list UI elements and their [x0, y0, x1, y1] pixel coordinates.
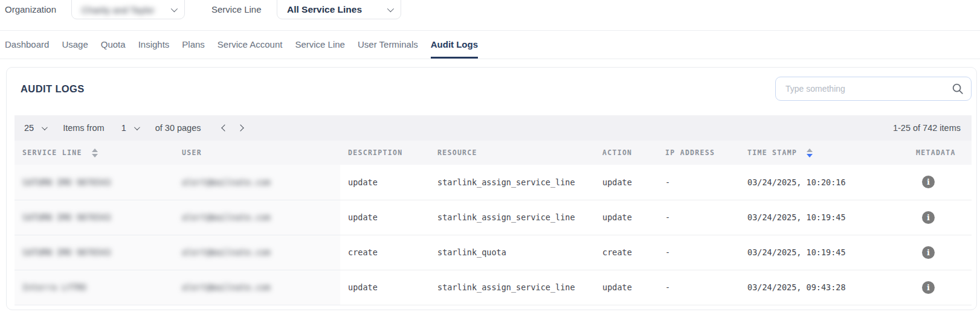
action-cell: update [595, 165, 657, 200]
action-cell: create [595, 235, 657, 270]
ip-address-cell: - [657, 235, 740, 270]
tab-audit-logs[interactable]: Audit Logs [431, 31, 478, 59]
top-bar: Organization Charity and Taylor Service … [0, 0, 980, 20]
page-size-select[interactable]: 25 [24, 123, 46, 133]
page-select[interactable]: 1 [121, 123, 138, 133]
info-icon[interactable]: i [922, 246, 935, 259]
column-header-metadata[interactable]: METADATA [908, 141, 972, 165]
chevron-down-icon [387, 5, 394, 12]
table-row: SATURN IMO 9876543 alert@mailnate.com up… [15, 200, 972, 235]
column-header-time-stamp[interactable]: TIME STAMP [740, 141, 908, 165]
column-header-action[interactable]: ACTION [595, 141, 657, 165]
ip-address-cell: - [657, 165, 740, 200]
resource-cell: starlink_assign_service_line [430, 270, 595, 305]
tab-plans[interactable]: Plans [182, 31, 205, 59]
info-icon[interactable]: i [922, 281, 935, 294]
resource-cell: starlink_quota [430, 235, 595, 270]
search-icon[interactable] [951, 82, 964, 98]
chevron-down-icon [42, 124, 48, 130]
column-header-user[interactable]: USER [174, 141, 340, 165]
tab-service-line[interactable]: Service Line [295, 31, 345, 59]
next-page-button[interactable] [233, 120, 248, 136]
table-row: Interra LYTRO alert@mailnate.com update … [15, 270, 972, 305]
ip-address-cell: - [657, 200, 740, 235]
ip-address-cell: - [657, 270, 740, 305]
resource-cell: starlink_assign_service_line [430, 165, 595, 200]
sort-icon [92, 148, 98, 158]
current-page-value: 1 [121, 123, 126, 133]
chevron-left-icon [221, 124, 228, 131]
description-cell: update [340, 200, 430, 235]
column-header-ip-address[interactable]: IP ADDRESS [657, 141, 740, 165]
tab-user-terminals[interactable]: User Terminals [358, 31, 418, 59]
organization-label: Organization [5, 4, 56, 14]
description-cell: update [340, 270, 430, 305]
description-cell: create [340, 235, 430, 270]
table-row: SATURN IMO 9876543 alert@mailnate.com cr… [15, 235, 972, 270]
resource-cell: starlink_assign_service_line [430, 200, 595, 235]
user-cell: alert@mailnate.com [182, 247, 270, 257]
panel-header: AUDIT LOGS [15, 75, 972, 102]
info-icon[interactable]: i [922, 211, 935, 224]
service-line-label: Service Line [211, 4, 262, 14]
action-cell: update [595, 200, 657, 235]
info-icon[interactable]: i [922, 176, 935, 188]
page-title: AUDIT LOGS [21, 83, 85, 95]
search-box [775, 77, 972, 101]
timestamp-cell: 03/24/2025, 09:43:28 [740, 270, 908, 305]
page-size-value: 25 [24, 123, 34, 133]
service-line-cell: SATURN IMO 9876543 [22, 212, 111, 222]
table-row: SATURN IMO 9876543 alert@mailnate.com up… [15, 165, 972, 200]
tab-quota[interactable]: Quota [101, 31, 126, 59]
items-range-label: 1-25 of 742 items [893, 123, 965, 133]
organization-dropdown[interactable]: Charity and Taylor [71, 0, 185, 19]
tab-dashboard[interactable]: Dashboard [5, 31, 49, 59]
tab-insights[interactable]: Insights [138, 31, 170, 59]
user-cell: alert@mailnate.com [182, 177, 270, 187]
pagination-bar: 25 Items from 1 of 30 pages 1-25 of 742 … [15, 115, 972, 141]
search-input[interactable] [775, 77, 972, 101]
organization-value: Charity and Taylor [82, 5, 155, 15]
audit-logs-panel: AUDIT LOGS 25 Items from 1 of 30 pages [6, 67, 977, 310]
chevron-down-icon [134, 124, 140, 130]
previous-page-button[interactable] [217, 120, 233, 136]
column-header-service-line[interactable]: SERVICE LINE [15, 141, 174, 165]
column-header-resource[interactable]: RESOURCE [430, 141, 595, 165]
user-cell: alert@mailnate.com [182, 212, 270, 222]
tab-bar: Dashboard Usage Quota Insights Plans Ser… [0, 30, 980, 59]
service-line-cell: Interra LYTRO [22, 282, 86, 292]
service-line-value: All Service Lines [287, 4, 362, 15]
timestamp-cell: 03/24/2025, 10:20:16 [740, 165, 908, 200]
timestamp-cell: 03/24/2025, 10:19:45 [740, 200, 908, 235]
service-line-cell: SATURN IMO 9876543 [22, 247, 111, 257]
items-from-label: Items from [63, 123, 104, 133]
sort-icon-active [807, 148, 813, 158]
chevron-right-icon [237, 124, 243, 131]
chevron-down-icon [171, 5, 178, 12]
tab-usage[interactable]: Usage [62, 31, 88, 59]
description-cell: update [340, 165, 430, 200]
timestamp-cell: 03/24/2025, 10:19:45 [740, 235, 908, 270]
service-line-cell: SATURN IMO 9876543 [22, 177, 111, 187]
audit-logs-table: SERVICE LINE USER DESCRIPTION RESOURCE A… [15, 141, 972, 305]
service-line-dropdown[interactable]: All Service Lines [277, 0, 401, 19]
user-cell: alert@mailnate.com [182, 282, 270, 292]
column-header-description[interactable]: DESCRIPTION [340, 141, 430, 165]
tab-service-account[interactable]: Service Account [218, 31, 283, 59]
table-header-row: SERVICE LINE USER DESCRIPTION RESOURCE A… [15, 141, 972, 165]
total-pages-label: of 30 pages [155, 123, 201, 133]
action-cell: update [595, 270, 657, 305]
